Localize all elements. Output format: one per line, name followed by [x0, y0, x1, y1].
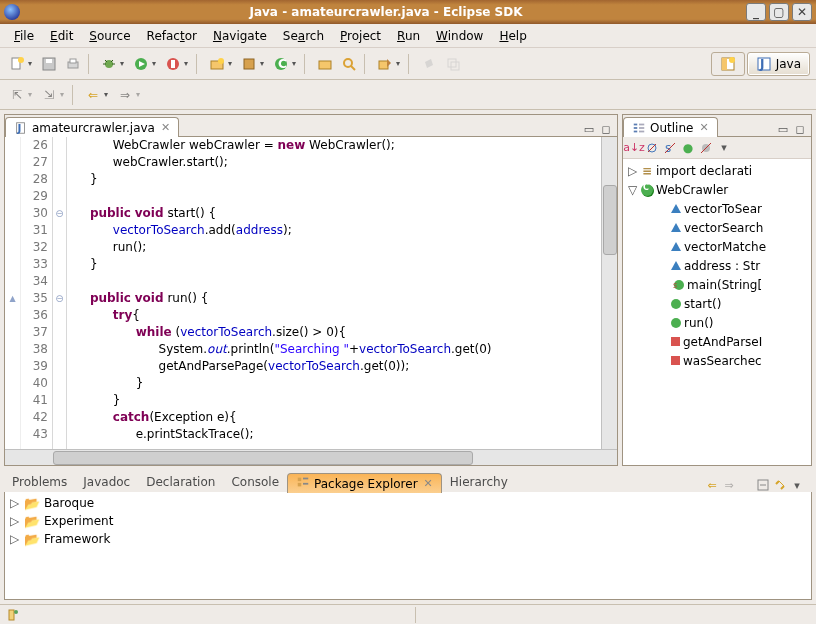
editor-vertical-scrollbar[interactable]: [601, 137, 617, 449]
svg-line-10: [111, 60, 113, 62]
outline-item[interactable]: getAndParseI: [625, 332, 809, 351]
pin-button[interactable]: [418, 53, 440, 75]
outline-item[interactable]: start(): [625, 294, 809, 313]
nav-next-button[interactable]: ⇲: [38, 84, 60, 106]
outline-menu-icon[interactable]: ▾: [717, 141, 731, 155]
pkg-forward-icon[interactable]: ⇒: [722, 478, 736, 492]
run-button[interactable]: [130, 53, 152, 75]
outline-item[interactable]: vectorMatche: [625, 237, 809, 256]
tab-declaration[interactable]: Declaration: [138, 472, 223, 492]
new-package-button[interactable]: [238, 53, 260, 75]
tab-close[interactable]: ✕: [424, 477, 433, 490]
hide-local-icon[interactable]: [699, 141, 713, 155]
menu-file[interactable]: File: [6, 26, 42, 46]
menu-navigate[interactable]: Navigate: [205, 26, 275, 46]
code-editor[interactable]: 262728293031323334353637383940414243 Web…: [5, 137, 617, 449]
external-tools-dropdown[interactable]: ▾: [184, 59, 192, 68]
package-explorer-tree[interactable]: ▷📂Baroque▷📂Experiment▷📂Framework: [4, 492, 812, 600]
svg-rect-52: [9, 610, 14, 620]
outline-item[interactable]: ▷import declarati: [625, 161, 809, 180]
status-icon: [6, 608, 20, 622]
tab-console[interactable]: Console: [223, 472, 287, 492]
perspective-java[interactable]: JJava: [747, 52, 810, 76]
menubar: File Edit Source Refactor Navigate Searc…: [0, 24, 816, 48]
new-java-project-button[interactable]: [206, 53, 228, 75]
run-dropdown[interactable]: ▾: [152, 59, 160, 68]
menu-refactor[interactable]: Refactor: [139, 26, 205, 46]
statusbar: [0, 604, 816, 624]
new-dropdown[interactable]: ▾: [28, 59, 36, 68]
editor-tab[interactable]: J amateurcrawler.java ✕: [5, 117, 179, 137]
restore-button[interactable]: [442, 53, 464, 75]
svg-line-9: [105, 60, 107, 62]
package-project[interactable]: ▷📂Framework: [9, 530, 807, 548]
outline-toolbar: a↓z s ● ▾: [623, 137, 811, 159]
window-maximize-button[interactable]: ▢: [769, 3, 789, 21]
forward-button[interactable]: ⇒: [114, 84, 136, 106]
open-perspective-button[interactable]: [711, 52, 745, 76]
hide-static-icon[interactable]: s: [663, 141, 677, 155]
outline-view: Outline ✕ ▭ ◻ a↓z s ● ▾ ▷import declarat…: [622, 114, 812, 466]
outline-item[interactable]: run(): [625, 313, 809, 332]
svg-rect-23: [379, 61, 388, 69]
pkg-back-icon[interactable]: ⇐: [705, 478, 719, 492]
outline-tab[interactable]: Outline ✕: [623, 117, 718, 137]
svg-rect-5: [70, 59, 76, 63]
tab-problems[interactable]: Problems: [4, 472, 75, 492]
outline-minimize-icon[interactable]: ▭: [776, 122, 790, 136]
outline-item[interactable]: vectorToSear: [625, 199, 809, 218]
menu-search[interactable]: Search: [275, 26, 332, 46]
package-project[interactable]: ▷📂Experiment: [9, 512, 807, 530]
debug-button[interactable]: [98, 53, 120, 75]
window-minimize-button[interactable]: _: [746, 3, 766, 21]
pkg-link-icon[interactable]: [773, 478, 787, 492]
toggle-mark-button[interactable]: [374, 53, 396, 75]
app-icon: [4, 4, 20, 20]
tab-pkg[interactable]: Package Explorer✕: [287, 473, 442, 493]
editor-tab-label: amateurcrawler.java: [32, 121, 155, 135]
outline-close[interactable]: ✕: [699, 121, 708, 134]
back-button[interactable]: ⇐: [82, 84, 104, 106]
outline-item[interactable]: vectorSearch: [625, 218, 809, 237]
outline-item[interactable]: main(String[: [625, 275, 809, 294]
editor-minimize-icon[interactable]: ▭: [582, 122, 596, 136]
outline-item[interactable]: wasSearchec: [625, 351, 809, 370]
outline-item[interactable]: address : Str: [625, 256, 809, 275]
svg-point-29: [729, 57, 735, 63]
debug-dropdown[interactable]: ▾: [120, 59, 128, 68]
menu-source[interactable]: Source: [81, 26, 138, 46]
search-button[interactable]: [338, 53, 360, 75]
menu-help[interactable]: Help: [491, 26, 534, 46]
toolbar-main: ▾ ▾ ▾ ▾ ▾ ▾ C ▾ ▾ JJava: [0, 48, 816, 80]
pkg-menu-icon[interactable]: ▾: [790, 478, 804, 492]
editor-horizontal-scrollbar[interactable]: [5, 449, 617, 465]
svg-marker-24: [387, 59, 391, 67]
nav-prev-button[interactable]: ⇱: [6, 84, 28, 106]
menu-run[interactable]: Run: [389, 26, 428, 46]
print-button[interactable]: [62, 53, 84, 75]
tab-hierarchy[interactable]: Hierarchy: [442, 472, 516, 492]
open-type-button[interactable]: [314, 53, 336, 75]
outline-maximize-icon[interactable]: ◻: [793, 122, 807, 136]
external-tools-button[interactable]: [162, 53, 184, 75]
menu-edit[interactable]: Edit: [42, 26, 81, 46]
outline-tree[interactable]: ▷import declarati▽WebCrawlervectorToSear…: [623, 159, 811, 465]
hide-nonpublic-icon[interactable]: ●: [681, 141, 695, 155]
tab-javadoc[interactable]: Javadoc: [75, 472, 138, 492]
pkg-collapse-icon[interactable]: [756, 478, 770, 492]
new-button[interactable]: [6, 53, 28, 75]
editor-tab-close[interactable]: ✕: [161, 121, 170, 134]
sort-icon[interactable]: a↓z: [627, 141, 641, 155]
hide-fields-icon[interactable]: [645, 141, 659, 155]
menu-window[interactable]: Window: [428, 26, 491, 46]
outline-title: Outline: [650, 121, 693, 135]
svg-rect-46: [298, 478, 302, 482]
window-close-button[interactable]: ✕: [792, 3, 812, 21]
package-project[interactable]: ▷📂Baroque: [9, 494, 807, 512]
outline-item[interactable]: ▽WebCrawler: [625, 180, 809, 199]
save-button[interactable]: [38, 53, 60, 75]
svg-rect-35: [634, 127, 638, 129]
editor-maximize-icon[interactable]: ◻: [599, 122, 613, 136]
new-class-button[interactable]: C: [270, 53, 292, 75]
menu-project[interactable]: Project: [332, 26, 389, 46]
